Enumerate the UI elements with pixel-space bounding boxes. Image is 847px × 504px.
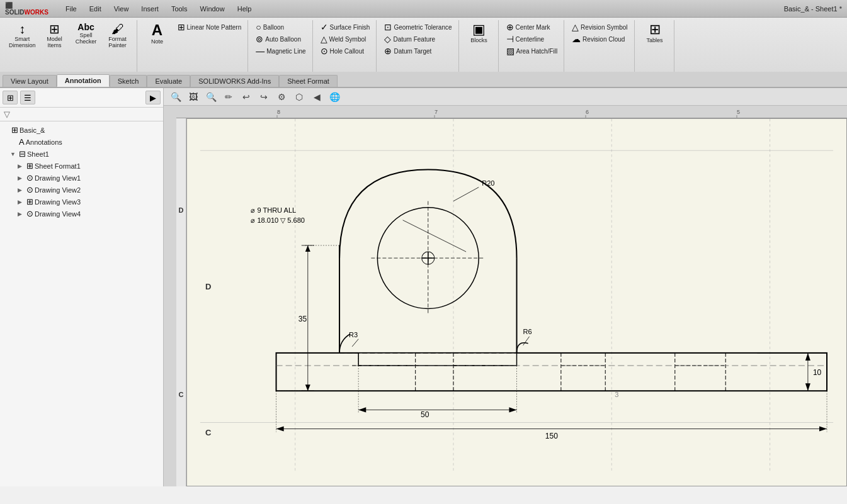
dim-150-arrow-r — [819, 427, 827, 432]
dimension-group: ↕ SmartDimension ⊞ ModelItems Abc SpellC… — [3, 20, 137, 72]
ribbon-tabs: View Layout Annotation Sketch Evaluate S… — [0, 72, 847, 87]
menu-view[interactable]: View — [111, 4, 132, 14]
datum-target-button[interactable]: ⊕ Datum Target — [382, 45, 454, 57]
area-hatch-fill-button[interactable]: ▨ Area Hatch/Fill — [504, 45, 560, 57]
tree-item-drawing-view1[interactable]: ▶ ⊙ Drawing View1 — [0, 172, 163, 184]
redo-button[interactable]: ↪ — [257, 90, 271, 104]
drawing-canvas[interactable]: 8 7 6 5 — [164, 106, 847, 486]
menu-bar: File Edit View Insert Tools Window Help — [63, 4, 254, 14]
format-painter-button[interactable]: 🖌 FormatPainter — [103, 21, 133, 50]
weld-symbol-icon: △ — [321, 34, 327, 44]
tree-item-sheet1[interactable]: ▼ ⊟ Sheet1 — [0, 148, 163, 160]
tab-sketch[interactable]: Sketch — [110, 75, 147, 87]
tree-item-basic-root[interactable]: ⊞ Basic_& — [0, 124, 163, 136]
tree-item-annotations[interactable]: A Annotations — [0, 136, 163, 148]
tree-label-sheet-format1: Sheet Format1 — [35, 162, 81, 170]
back-button[interactable]: ◀ — [310, 90, 324, 104]
rotate-button[interactable]: ⬡ — [292, 90, 306, 104]
menu-help[interactable]: Help — [235, 4, 254, 14]
ribbon: ↕ SmartDimension ⊞ ModelItems Abc SpellC… — [0, 18, 847, 88]
tab-solidworks-addins[interactable]: SOLIDWORKS Add-Ins — [190, 75, 279, 87]
main-wrapper: ⊞ ☰ ▶ ▽ ⊞ Basic_& A Annotations — [0, 88, 847, 504]
spell-checker-button[interactable]: Abc SpellChecker — [71, 21, 101, 50]
tables-icon: ⊞ — [649, 23, 661, 36]
tree-toggle-sheet-format1: ▶ — [18, 163, 25, 169]
sidebar-list-view-button[interactable]: ☰ — [20, 91, 35, 104]
zoom-to-fit-button[interactable]: 🔍 — [169, 90, 183, 104]
geometric-tolerance-button[interactable]: ⊡ Geometric Tolerance — [382, 21, 454, 33]
menu-edit[interactable]: Edit — [87, 4, 104, 14]
tree-item-drawing-view2[interactable]: ▶ ⊙ Drawing View2 — [0, 184, 163, 196]
tab-view-layout[interactable]: View Layout — [3, 75, 57, 87]
tree-label-annotations: Annotations — [26, 138, 62, 146]
dim-35-arrow-top — [305, 245, 310, 252]
r6-leader — [523, 337, 530, 345]
tree-item-drawing-view4[interactable]: ▶ ⊙ Drawing View4 — [0, 208, 163, 220]
sidebar-filter: ▽ — [0, 108, 163, 121]
auto-balloon-icon: ⊚ — [256, 34, 263, 44]
model-items-button[interactable]: ⊞ ModelItems — [40, 21, 70, 50]
select-tool-button[interactable]: ✏ — [222, 90, 236, 104]
row-d-label: D — [205, 282, 211, 291]
zoom-to-area-button[interactable]: 🖼 — [186, 90, 200, 104]
tables-button[interactable]: ⊞ Tables — [640, 21, 670, 45]
tree-icon-basic: ⊞ — [11, 125, 18, 135]
tab-annotation[interactable]: Annotation — [57, 74, 110, 87]
surface-finish-icon: ✓ — [321, 22, 328, 32]
zoom-in-button[interactable]: 🔍 — [204, 90, 218, 104]
centerline-icon: ⊣ — [506, 34, 514, 44]
dim-50-arrow-l — [358, 407, 366, 412]
tab-sheet-format[interactable]: Sheet Format — [279, 75, 338, 87]
dim-35-arrow-bot — [305, 384, 310, 391]
feature-tree: ⊞ Basic_& A Annotations ▼ ⊟ Sheet1 ▶ — [0, 121, 163, 486]
balloon-button[interactable]: ○ Balloon — [253, 21, 308, 33]
note-small-buttons: ⊞ Linear Note Pattern — [175, 21, 244, 33]
undo-button[interactable]: ↩ — [239, 90, 253, 104]
dim-150-label: 150 — [545, 432, 558, 440]
sidebar-grid-view-button[interactable]: ⊞ — [3, 91, 18, 104]
magnetic-line-button[interactable]: — Magnetic Line — [253, 45, 308, 57]
tree-item-drawing-view3[interactable]: ▶ ⊞ Drawing View3 — [0, 196, 163, 208]
blocks-button[interactable]: ▣ Blocks — [464, 21, 494, 45]
revision-buttons: △ Revision Symbol ☁ Revision Cloud — [569, 21, 630, 45]
revision-symbol-button[interactable]: △ Revision Symbol — [569, 21, 630, 33]
revision-cloud-button[interactable]: ☁ Revision Cloud — [569, 33, 630, 45]
technical-drawing-svg: D C — [187, 119, 846, 486]
model-items-icon: ⊞ — [49, 23, 60, 35]
tab-evaluate[interactable]: Evaluate — [147, 75, 190, 87]
menu-file[interactable]: File — [63, 4, 79, 14]
menu-insert[interactable]: Insert — [139, 4, 161, 14]
smart-dimension-button[interactable]: ↕ SmartDimension — [6, 21, 38, 50]
surface-finish-button[interactable]: ✓ Surface Finish — [318, 21, 373, 33]
tree-toggle-drawing-view3: ▶ — [18, 199, 25, 205]
magnetic-line-icon: — — [256, 46, 264, 56]
dimension-buttons: ↕ SmartDimension ⊞ ModelItems Abc SpellC… — [6, 21, 133, 50]
hole-callout-button[interactable]: ⊙ Hole Callout — [318, 45, 373, 57]
menu-window[interactable]: Window — [198, 4, 227, 14]
settings-button[interactable]: ⚙ — [275, 90, 288, 104]
main-area: ⊞ ☰ ▶ ▽ ⊞ Basic_& A Annotations — [0, 88, 847, 486]
window-title: Basic_& - Sheet1 * — [784, 5, 842, 13]
center-mark-button[interactable]: ⊕ Center Mark — [504, 21, 560, 33]
auto-balloon-button[interactable]: ⊚ Auto Balloon — [253, 33, 308, 45]
center-mark-group: ⊕ Center Mark ⊣ Centerline ▨ Area Hatch/… — [500, 20, 565, 72]
hole-callout-leader — [403, 220, 467, 252]
tree-toggle-sheet1: ▼ — [10, 151, 18, 157]
linear-note-pattern-icon: ⊞ — [178, 22, 185, 32]
tree-label-sheet1: Sheet1 — [27, 150, 49, 158]
weld-symbol-button[interactable]: △ Weld Symbol — [318, 33, 373, 45]
revision-symbol-icon: △ — [572, 22, 579, 32]
globe-button[interactable]: 🌐 — [327, 90, 341, 104]
dim-150-arrow-l — [276, 427, 284, 432]
note-button[interactable]: A Note — [142, 21, 173, 46]
r6-right-fillet — [517, 343, 528, 353]
datum-feature-button[interactable]: ◇ Datum Feature — [382, 33, 454, 45]
centerline-button[interactable]: ⊣ Centerline — [504, 33, 560, 45]
ruler-mark-8: 8 — [277, 109, 280, 115]
dim-10-label: 10 — [813, 368, 822, 377]
dim-3-label: 3 — [615, 391, 618, 398]
sidebar-expand-button[interactable]: ▶ — [145, 91, 161, 104]
tree-item-sheet-format1[interactable]: ▶ ⊞ Sheet Format1 — [0, 160, 163, 172]
linear-note-pattern-button[interactable]: ⊞ Linear Note Pattern — [175, 21, 244, 33]
menu-tools[interactable]: Tools — [169, 4, 190, 14]
